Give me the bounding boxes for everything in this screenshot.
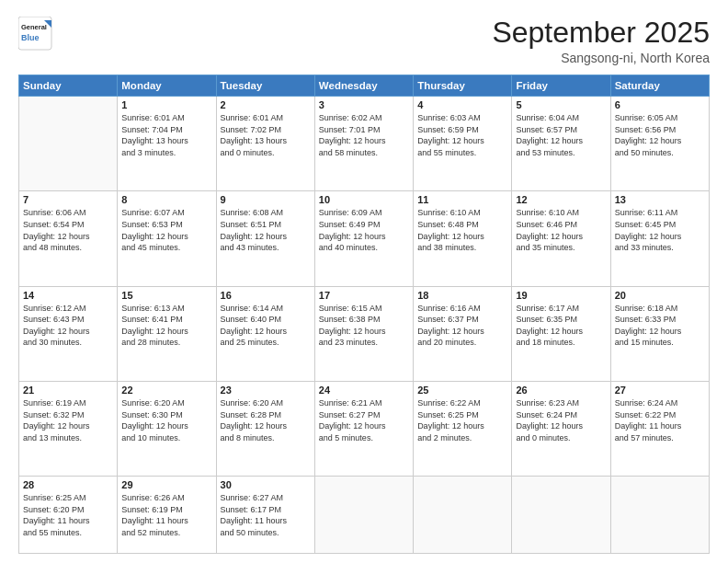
day-number: 18 — [417, 290, 507, 301]
calendar-header: SundayMondayTuesdayWednesdayThursdayFrid… — [19, 75, 710, 97]
day-number: 16 — [221, 290, 311, 301]
day-number: 3 — [319, 99, 409, 110]
calendar-cell: 23Sunrise: 6:20 AM Sunset: 6:28 PM Dayli… — [216, 381, 314, 476]
day-number: 19 — [516, 290, 606, 301]
header: General Blue September 2025 Sangsong-ni,… — [18, 17, 710, 65]
calendar-cell: 21Sunrise: 6:19 AM Sunset: 6:32 PM Dayli… — [19, 381, 118, 476]
day-info: Sunrise: 6:11 AM Sunset: 6:45 PM Dayligh… — [615, 207, 705, 253]
day-number: 21 — [23, 385, 113, 396]
calendar-cell: 25Sunrise: 6:22 AM Sunset: 6:25 PM Dayli… — [414, 381, 512, 476]
page: General Blue September 2025 Sangsong-ni,… — [0, 0, 728, 563]
calendar-week-row: 7Sunrise: 6:06 AM Sunset: 6:54 PM Daylig… — [19, 191, 710, 286]
calendar-cell: 8Sunrise: 6:07 AM Sunset: 6:53 PM Daylig… — [118, 191, 216, 286]
calendar-cell: 22Sunrise: 6:20 AM Sunset: 6:30 PM Dayli… — [118, 381, 216, 476]
calendar-cell: 18Sunrise: 6:16 AM Sunset: 6:37 PM Dayli… — [414, 286, 512, 381]
calendar-body: 1Sunrise: 6:01 AM Sunset: 7:04 PM Daylig… — [19, 97, 710, 554]
calendar-cell: 6Sunrise: 6:05 AM Sunset: 6:56 PM Daylig… — [610, 97, 709, 191]
day-number: 10 — [319, 194, 409, 205]
calendar-cell — [610, 477, 709, 554]
weekday-header: Wednesday — [314, 75, 413, 97]
weekday-header: Monday — [118, 75, 216, 97]
calendar-cell: 11Sunrise: 6:10 AM Sunset: 6:48 PM Dayli… — [414, 191, 512, 286]
day-info: Sunrise: 6:04 AM Sunset: 6:57 PM Dayligh… — [516, 112, 606, 158]
day-number: 4 — [417, 99, 507, 110]
day-number: 15 — [121, 290, 211, 301]
day-number: 2 — [221, 99, 311, 110]
month-title: September 2025 — [492, 17, 710, 49]
svg-text:General: General — [21, 23, 47, 31]
calendar-cell: 9Sunrise: 6:08 AM Sunset: 6:51 PM Daylig… — [216, 191, 314, 286]
day-info: Sunrise: 6:14 AM Sunset: 6:40 PM Dayligh… — [221, 303, 311, 349]
title-block: September 2025 Sangsong-ni, North Korea — [492, 17, 710, 65]
calendar-cell: 29Sunrise: 6:26 AM Sunset: 6:19 PM Dayli… — [118, 477, 216, 554]
day-info: Sunrise: 6:27 AM Sunset: 6:17 PM Dayligh… — [221, 492, 311, 538]
weekday-row: SundayMondayTuesdayWednesdayThursdayFrid… — [19, 75, 710, 97]
day-number: 24 — [319, 385, 409, 396]
day-number: 9 — [221, 194, 311, 205]
day-info: Sunrise: 6:02 AM Sunset: 7:01 PM Dayligh… — [319, 112, 409, 158]
day-number: 1 — [121, 99, 211, 110]
calendar-cell: 30Sunrise: 6:27 AM Sunset: 6:17 PM Dayli… — [216, 477, 314, 554]
day-number: 25 — [417, 385, 507, 396]
calendar-cell: 3Sunrise: 6:02 AM Sunset: 7:01 PM Daylig… — [314, 97, 413, 191]
day-info: Sunrise: 6:07 AM Sunset: 6:53 PM Dayligh… — [121, 207, 211, 253]
day-number: 20 — [615, 290, 705, 301]
calendar-cell: 13Sunrise: 6:11 AM Sunset: 6:45 PM Dayli… — [610, 191, 709, 286]
weekday-header: Tuesday — [216, 75, 314, 97]
day-info: Sunrise: 6:21 AM Sunset: 6:27 PM Dayligh… — [319, 397, 409, 443]
day-number: 26 — [516, 385, 606, 396]
day-info: Sunrise: 6:15 AM Sunset: 6:38 PM Dayligh… — [319, 303, 409, 349]
calendar-cell: 15Sunrise: 6:13 AM Sunset: 6:41 PM Dayli… — [118, 286, 216, 381]
day-info: Sunrise: 6:24 AM Sunset: 6:22 PM Dayligh… — [615, 397, 705, 443]
day-info: Sunrise: 6:10 AM Sunset: 6:46 PM Dayligh… — [516, 207, 606, 253]
weekday-header: Sunday — [19, 75, 118, 97]
day-info: Sunrise: 6:06 AM Sunset: 6:54 PM Dayligh… — [23, 207, 113, 253]
day-number: 17 — [319, 290, 409, 301]
day-number: 7 — [23, 194, 113, 205]
day-info: Sunrise: 6:12 AM Sunset: 6:43 PM Dayligh… — [23, 303, 113, 349]
logo: General Blue — [18, 17, 74, 52]
calendar-cell: 16Sunrise: 6:14 AM Sunset: 6:40 PM Dayli… — [216, 286, 314, 381]
day-info: Sunrise: 6:20 AM Sunset: 6:28 PM Dayligh… — [221, 397, 311, 443]
calendar-cell: 5Sunrise: 6:04 AM Sunset: 6:57 PM Daylig… — [512, 97, 610, 191]
day-info: Sunrise: 6:18 AM Sunset: 6:33 PM Dayligh… — [615, 303, 705, 349]
day-info: Sunrise: 6:01 AM Sunset: 7:02 PM Dayligh… — [221, 112, 311, 158]
day-number: 8 — [121, 194, 211, 205]
calendar-cell — [512, 477, 610, 554]
day-info: Sunrise: 6:08 AM Sunset: 6:51 PM Dayligh… — [221, 207, 311, 253]
calendar-cell — [19, 97, 118, 191]
day-info: Sunrise: 6:13 AM Sunset: 6:41 PM Dayligh… — [121, 303, 211, 349]
calendar-cell — [414, 477, 512, 554]
day-number: 6 — [615, 99, 705, 110]
calendar-table: SundayMondayTuesdayWednesdayThursdayFrid… — [18, 75, 710, 554]
day-info: Sunrise: 6:16 AM Sunset: 6:37 PM Dayligh… — [417, 303, 507, 349]
day-info: Sunrise: 6:22 AM Sunset: 6:25 PM Dayligh… — [417, 397, 507, 443]
weekday-header: Friday — [512, 75, 610, 97]
calendar-cell: 27Sunrise: 6:24 AM Sunset: 6:22 PM Dayli… — [610, 381, 709, 476]
day-info: Sunrise: 6:01 AM Sunset: 7:04 PM Dayligh… — [121, 112, 211, 158]
day-number: 28 — [23, 479, 113, 490]
day-info: Sunrise: 6:25 AM Sunset: 6:20 PM Dayligh… — [23, 492, 113, 538]
day-number: 22 — [121, 385, 211, 396]
calendar-cell: 12Sunrise: 6:10 AM Sunset: 6:46 PM Dayli… — [512, 191, 610, 286]
day-info: Sunrise: 6:10 AM Sunset: 6:48 PM Dayligh… — [417, 207, 507, 253]
calendar-cell: 26Sunrise: 6:23 AM Sunset: 6:24 PM Dayli… — [512, 381, 610, 476]
day-info: Sunrise: 6:26 AM Sunset: 6:19 PM Dayligh… — [121, 492, 211, 538]
svg-text:Blue: Blue — [21, 33, 40, 42]
calendar-cell: 10Sunrise: 6:09 AM Sunset: 6:49 PM Dayli… — [314, 191, 413, 286]
logo-svg: General Blue — [18, 17, 74, 52]
location: Sangsong-ni, North Korea — [492, 51, 710, 65]
day-number: 23 — [221, 385, 311, 396]
day-info: Sunrise: 6:20 AM Sunset: 6:30 PM Dayligh… — [121, 397, 211, 443]
day-number: 5 — [516, 99, 606, 110]
day-info: Sunrise: 6:09 AM Sunset: 6:49 PM Dayligh… — [319, 207, 409, 253]
calendar-cell: 19Sunrise: 6:17 AM Sunset: 6:35 PM Dayli… — [512, 286, 610, 381]
calendar-cell: 1Sunrise: 6:01 AM Sunset: 7:04 PM Daylig… — [118, 97, 216, 191]
weekday-header: Saturday — [610, 75, 709, 97]
calendar-cell: 4Sunrise: 6:03 AM Sunset: 6:59 PM Daylig… — [414, 97, 512, 191]
day-number: 30 — [221, 479, 311, 490]
calendar-cell — [314, 477, 413, 554]
day-info: Sunrise: 6:19 AM Sunset: 6:32 PM Dayligh… — [23, 397, 113, 443]
day-number: 27 — [615, 385, 705, 396]
calendar-cell: 14Sunrise: 6:12 AM Sunset: 6:43 PM Dayli… — [19, 286, 118, 381]
